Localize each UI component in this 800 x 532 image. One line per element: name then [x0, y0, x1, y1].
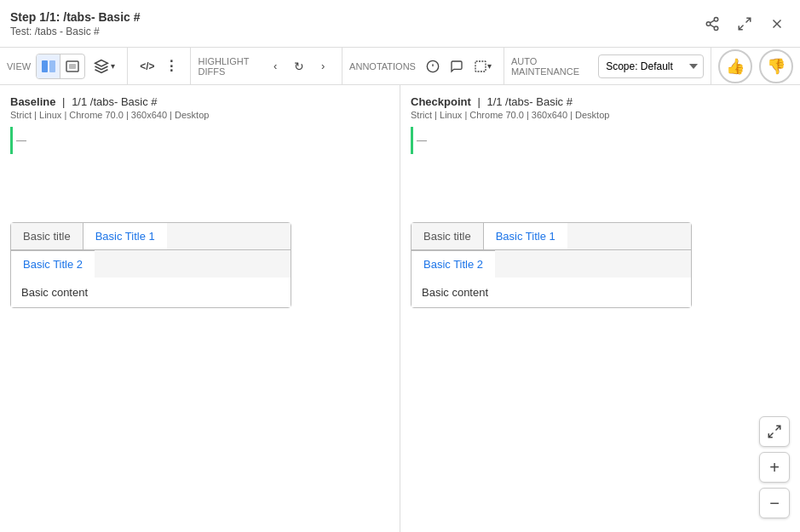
code-icon: </>: [140, 60, 154, 72]
fit-screen-button[interactable]: [759, 416, 790, 447]
baseline-tab-header: Basic title Basic Title 1: [11, 223, 291, 250]
step-subtitle: Test: /tabs - Basic #: [10, 26, 141, 37]
checkpoint-indicator: —: [411, 127, 790, 154]
baseline-meta: Strict | Linux | Chrome 70.0 | 360x640 |…: [10, 110, 389, 120]
annotations-group: ANNOTATIONS ▾: [349, 48, 504, 84]
top-bar-left: Step 1/1: /tabs- Basic # Test: /tabs - B…: [10, 10, 141, 37]
green-bar-checkpoint: [411, 127, 413, 154]
zoom-out-icon: −: [769, 495, 780, 512]
view-toggle-group: [36, 54, 85, 79]
code-btn[interactable]: </>: [135, 54, 159, 78]
svg-line-18: [776, 426, 780, 430]
zoom-in-button[interactable]: +: [759, 452, 790, 483]
svg-point-0: [714, 17, 718, 21]
green-bar-baseline: [10, 127, 13, 154]
top-bar: Step 1/1: /tabs- Basic # Test: /tabs - B…: [0, 0, 800, 48]
zoom-in-icon: +: [769, 459, 780, 476]
thumbs-up-button[interactable]: 👍: [718, 49, 752, 83]
baseline-indicator: —: [10, 127, 389, 154]
prev-arrow-icon: ‹: [273, 60, 277, 72]
baseline-tab-header-row2: Basic Title 2: [11, 250, 291, 277]
auto-maintenance-label: AUTO MAINTENANCE: [511, 56, 593, 77]
checkpoint-header: Checkpoint | 1/1 /tabs- Basic # Strict |…: [411, 95, 790, 120]
split-view-icon: [42, 60, 55, 72]
svg-point-2: [714, 26, 718, 31]
more-btn[interactable]: ⋮: [159, 54, 183, 78]
checkpoint-pane: Checkpoint | 1/1 /tabs- Basic # Strict |…: [400, 85, 800, 532]
baseline-tab-1[interactable]: Basic title: [11, 223, 83, 249]
checkpoint-title: Checkpoint | 1/1 /tabs- Basic #: [411, 95, 790, 108]
baseline-separator: |: [62, 95, 65, 108]
svg-line-4: [710, 20, 714, 22]
code-group: </> ⋮: [135, 48, 191, 84]
zoom-out-button[interactable]: −: [759, 488, 790, 518]
scope-select[interactable]: Scope: Default: [598, 54, 704, 78]
highlight-diffs-label: HIGHLIGHT DIFFS: [198, 56, 258, 77]
view-overlay-btn[interactable]: [60, 54, 84, 78]
svg-line-6: [739, 25, 743, 29]
fit-screen-icon: [767, 424, 782, 439]
annotation-comment-btn[interactable]: [445, 54, 469, 78]
top-bar-right: [699, 11, 790, 37]
expand-collapse-baseline[interactable]: —: [16, 134, 26, 146]
svg-line-3: [710, 25, 714, 27]
baseline-header: Baseline | 1/1 /tabs- Basic # Strict | L…: [10, 95, 389, 120]
svg-marker-13: [95, 60, 108, 66]
expand-icon: [737, 16, 752, 31]
share-icon: [705, 16, 720, 31]
baseline-title: Baseline | 1/1 /tabs- Basic #: [10, 95, 389, 108]
bottom-controls: + −: [759, 416, 790, 518]
thumbs-down-button[interactable]: 👎: [759, 49, 793, 83]
svg-point-1: [706, 21, 711, 26]
step-title: Step 1/1: /tabs- Basic #: [10, 10, 141, 24]
checkpoint-content-text: Basic content: [422, 286, 488, 299]
content-area: Baseline | 1/1 /tabs- Basic # Strict | L…: [0, 85, 800, 532]
view-group: VIEW ▾: [7, 48, 128, 84]
checkpoint-tab-header: Basic title Basic Title 1: [412, 223, 691, 250]
svg-rect-17: [475, 61, 486, 72]
refresh-btn[interactable]: ↻: [287, 54, 311, 78]
baseline-tab-content: Basic content: [11, 277, 291, 307]
layers-icon: [94, 59, 109, 74]
thumbs-up-icon: 👍: [726, 57, 745, 76]
select-icon: [474, 60, 487, 73]
thumbs-down-icon: 👎: [767, 57, 786, 76]
baseline-content-text: Basic content: [21, 286, 88, 299]
annotation-warning-btn[interactable]: [421, 54, 445, 78]
checkpoint-path: 1/1 /tabs- Basic #: [486, 95, 572, 108]
checkpoint-label: Checkpoint: [411, 95, 471, 108]
more-icon: ⋮: [164, 58, 178, 74]
expand-collapse-checkpoint[interactable]: —: [417, 134, 427, 146]
share-button[interactable]: [699, 11, 725, 37]
close-icon: [769, 16, 785, 31]
refresh-icon: ↻: [294, 60, 304, 73]
view-label: VIEW: [7, 61, 31, 72]
checkpoint-tab-3[interactable]: Basic Title 2: [412, 250, 495, 277]
checkpoint-tab-widget: Basic title Basic Title 1 Basic Title 2 …: [411, 222, 692, 308]
next-arrow-icon: ›: [321, 60, 325, 72]
checkpoint-tab-1[interactable]: Basic title: [412, 223, 484, 249]
svg-rect-12: [69, 64, 76, 69]
annotation-select-btn[interactable]: ▾: [469, 54, 497, 78]
warning-icon: [426, 60, 440, 73]
baseline-tab-2[interactable]: Basic Title 1: [83, 223, 167, 249]
next-diff-btn[interactable]: ›: [311, 54, 335, 78]
expand-button[interactable]: [732, 11, 757, 37]
comment-icon: [450, 60, 463, 73]
checkpoint-tab-header-row2: Basic Title 2: [412, 250, 691, 277]
layers-btn[interactable]: ▾: [89, 54, 120, 78]
auto-maintenance-group: AUTO MAINTENANCE Scope: Default: [511, 48, 711, 84]
view-split-btn[interactable]: [37, 54, 60, 78]
checkpoint-tab-content: Basic content: [412, 277, 691, 307]
close-button[interactable]: [764, 11, 790, 37]
annotation-chevron: ▾: [487, 61, 492, 71]
checkpoint-tab-2[interactable]: Basic Title 1: [484, 223, 567, 249]
svg-rect-10: [49, 60, 55, 72]
baseline-tab-3[interactable]: Basic Title 2: [11, 250, 95, 277]
feedback-area: 👍 👎: [718, 49, 793, 83]
checkpoint-meta: Strict | Linux | Chrome 70.0 | 360x640 |…: [411, 110, 790, 120]
highlight-diffs-group: HIGHLIGHT DIFFS ‹ ↻ ›: [198, 48, 342, 84]
svg-line-19: [768, 433, 773, 438]
annotations-label: ANNOTATIONS: [349, 61, 416, 72]
prev-diff-btn[interactable]: ‹: [263, 54, 287, 78]
